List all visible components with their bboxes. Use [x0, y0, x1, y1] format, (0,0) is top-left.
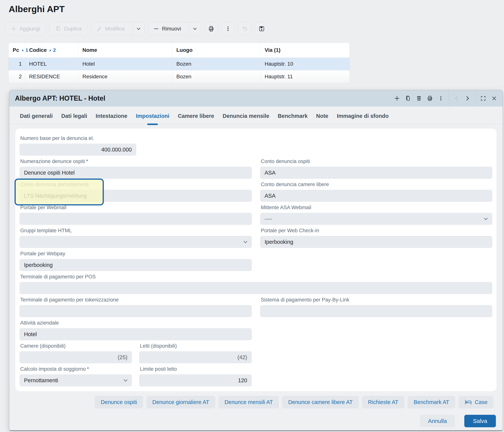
portale-webpay-input[interactable]: Iperbooking — [19, 259, 252, 271]
sistema-paybylink-input[interactable] — [260, 305, 493, 317]
grid-spacer — [260, 366, 493, 389]
field-conto-denuncia-ospiti: Conto denuncia ospiti ASA — [260, 158, 493, 179]
edit-button[interactable]: Modifica — [91, 22, 129, 35]
cancel-button[interactable]: Annulla — [420, 415, 455, 427]
benchmark-at-button[interactable]: Benchmark AT — [408, 396, 455, 408]
dialog-add-button[interactable] — [392, 90, 403, 107]
dialog-titlebar-actions — [392, 90, 503, 107]
gruppi-template-html-select[interactable] — [19, 236, 252, 248]
tab-benchmark[interactable]: Benchmark — [278, 113, 307, 124]
limite-posti-letto-input[interactable]: 120 — [139, 374, 252, 386]
tab-denuncia-mensile[interactable]: Denuncia mensile — [223, 113, 270, 124]
field-gruppi-template-html: Gruppi template HTML — [19, 228, 252, 248]
numerazione-denunce-ospiti-input[interactable]: Denunce ospiti Hotel — [19, 167, 252, 179]
denunce-camere-libere-at-button[interactable]: Denunce camere libere AT — [282, 396, 359, 408]
dialog-delete-button[interactable] — [414, 90, 424, 107]
save-button[interactable]: Salva — [464, 415, 496, 427]
field-conto-denuncia-camere-libere: Conto denuncia camere libere ASA — [260, 182, 493, 202]
denunce-ospiti-button[interactable]: Denunce ospiti — [95, 396, 143, 408]
portale-web-checkin-input[interactable]: Iperbooking — [260, 236, 493, 248]
conto-denuncia-ospiti-input[interactable]: ASA — [260, 167, 493, 179]
tab-intestazione[interactable]: Intestazione — [96, 113, 127, 124]
add-button[interactable]: Aggiungi — [5, 22, 46, 35]
dialog-next-record-button[interactable] — [462, 90, 473, 107]
tab-immagine-di-sfondo[interactable]: Immagine di sfondo — [337, 113, 389, 124]
column-header-nome[interactable]: Nome — [78, 43, 172, 57]
mittente-asa-webmail-select[interactable]: ---- — [260, 213, 493, 225]
field-portale-webmail: Portale per Webmail — [19, 205, 252, 225]
sort-asc-icon: ▲ — [21, 48, 24, 52]
conto-denuncia-pernottamenti-input[interactable]: LTS Nächtigungsmeldung — [19, 190, 252, 202]
dialog-print-button[interactable] — [424, 90, 435, 107]
denunce-giornaliere-at-button[interactable]: Denunce giornaliere AT — [146, 396, 215, 408]
tab-camere-libere[interactable]: Camere libere — [178, 113, 214, 124]
field-label: Conto denuncia ospiti — [260, 158, 493, 165]
field-label: Calcolo imposta di soggiorno* — [19, 366, 132, 372]
terminale-tokenizzazione-input[interactable] — [19, 305, 252, 317]
field-label: Portale per Web Check-in — [260, 228, 493, 234]
numero-base-input[interactable]: 400.000.000 — [19, 144, 136, 156]
print-button[interactable] — [205, 22, 218, 35]
terminale-pos-input[interactable] — [19, 282, 492, 294]
floppy-save-icon — [258, 26, 265, 32]
tab-impostazioni[interactable]: Impostazioni — [136, 113, 169, 124]
dialog-close-button[interactable] — [489, 90, 500, 107]
conto-denuncia-camere-libere-input[interactable]: ASA — [260, 190, 493, 202]
field-terminale-tokenizzazione: Terminale di pagamento per tokenizzazion… — [19, 297, 252, 317]
richieste-at-button[interactable]: Richieste AT — [362, 396, 405, 408]
table-row-hotel[interactable]: 1 HOTEL Hotel Bozen Hauptstr. 10 — [9, 57, 350, 70]
dialog-maximize-button[interactable] — [478, 90, 489, 107]
attivita-aziendale-input[interactable]: Hotel — [19, 328, 252, 340]
edit-dropdown-toggle[interactable] — [133, 22, 144, 35]
column-header-codice[interactable]: Codice ▲ 2 — [25, 43, 78, 57]
column-header-pc[interactable]: Pc ▲ 1 — [9, 43, 25, 57]
printer-icon — [208, 26, 214, 32]
denunce-mensili-at-button[interactable]: Denunce mensili AT — [218, 396, 279, 408]
field-label: Gruppi template HTML — [19, 228, 252, 234]
titlebar-divider — [475, 90, 476, 107]
letti-disponibili-input[interactable]: (42) — [139, 351, 252, 363]
column-label: Via (1) — [265, 47, 280, 53]
more-options-button[interactable] — [221, 22, 234, 35]
undo-button[interactable] — [238, 22, 252, 35]
calcolo-imposta-select[interactable]: Pernottamenti — [19, 374, 132, 386]
table-header-row: Pc ▲ 1 Codice ▲ 2 Nome Luogo Via (1) — [9, 43, 350, 57]
tab-dati-legali[interactable]: Dati legali — [61, 113, 87, 124]
field-label: Limite posti letto — [139, 366, 252, 372]
tab-dati-generali[interactable]: Dati generali — [20, 113, 53, 124]
dialog-more-options-button[interactable] — [435, 90, 446, 107]
field-limite-posti-letto: Limite posti letto 120 — [139, 366, 252, 386]
column-header-via[interactable]: Via (1) — [261, 43, 350, 57]
dialog-duplicate-button[interactable] — [403, 90, 414, 107]
column-label: Codice — [29, 47, 47, 53]
cell-via: Hauptstr. 11 — [261, 70, 350, 83]
camere-disponibili-input[interactable]: (25) — [19, 351, 132, 363]
chevron-down-icon — [136, 26, 141, 31]
grid-spacer — [260, 343, 493, 366]
remove-dropdown-toggle[interactable] — [189, 22, 201, 35]
field-label: Portale per Webmail — [19, 205, 252, 211]
save-button[interactable] — [255, 22, 268, 35]
remove-button[interactable]: Rimuovi — [148, 22, 186, 35]
main-toolbar: Aggiungi Duplica Modifica Rimuovi — [5, 22, 504, 35]
field-portale-webpay: Portale per Webpay Iperbooking — [19, 251, 252, 271]
printer-icon — [427, 95, 433, 101]
field-label: Conto denuncia pernottamenti — [19, 182, 252, 188]
tab-note[interactable]: Note — [316, 113, 328, 124]
column-header-luogo[interactable]: Luogo — [172, 43, 261, 57]
duplicate-button[interactable]: Duplica — [50, 22, 88, 35]
field-conto-denuncia-pernottamenti: Conto denuncia pernottamenti LTS Nächtig… — [19, 182, 252, 202]
expand-icon — [480, 95, 486, 101]
sort-asc-icon: ▲ — [49, 48, 52, 52]
field-terminale-pos: Terminale di pagamento per POS — [19, 274, 492, 294]
cell-luogo: Bozen — [172, 58, 261, 70]
case-button[interactable]: Case — [459, 396, 494, 408]
dialog-prev-record-button[interactable] — [451, 90, 462, 107]
portale-webmail-input[interactable] — [19, 213, 252, 225]
field-label: Sistema di pagamento per Pay-By-Link — [260, 297, 493, 303]
case-button-label: Case — [475, 399, 487, 405]
column-label: Pc — [13, 47, 19, 53]
table-row-residence[interactable]: 2 RESIDENCE Residence Bozen Hauptstr. 11 — [9, 70, 350, 83]
field-calcolo-imposta: Calcolo imposta di soggiorno* Pernottame… — [19, 366, 132, 386]
kebab-menu-icon — [438, 95, 444, 101]
